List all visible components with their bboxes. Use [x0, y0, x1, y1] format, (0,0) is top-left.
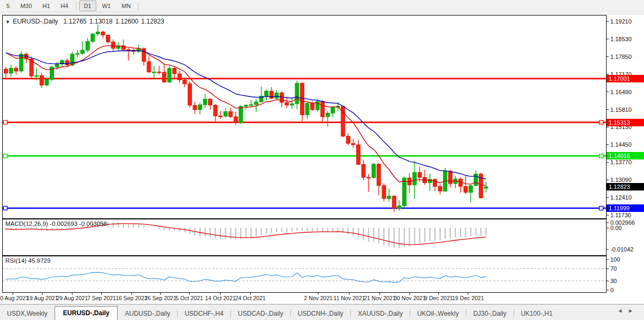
- rsi-axis-label: 30: [610, 278, 617, 284]
- ma-fast-line: [6, 45, 486, 185]
- tab-eurusd-daily[interactable]: EURUSD-,Daily: [55, 306, 118, 320]
- date-axis-label: 26 Sep 2021: [144, 295, 177, 301]
- date-axis-label: 29 Aug 2021: [57, 295, 88, 301]
- date-axis-label: 19 Aug 2021: [27, 295, 58, 301]
- macd-value-signal: -0.003058: [79, 220, 107, 227]
- price-tag-1.17001: 1.17001: [607, 75, 644, 82]
- date-axis-label: 14 Oct 2021: [205, 295, 235, 301]
- mt4-chart-window: 5M30H1H4D1W1MN ▼EURUSD-,Daily1.127651.13…: [0, 0, 644, 320]
- date-axis-label: 7 Sep 2021: [87, 295, 116, 301]
- date-axis-label: 16 Sep 2021: [116, 295, 148, 301]
- macd-indicator-label: MACD(12,26,9) -0.002693 -0.003058: [5, 220, 107, 227]
- price-axis-label: 1.11730: [610, 212, 631, 218]
- tab-uk100-h1[interactable]: UK100-,H1: [514, 307, 559, 320]
- rsi-indicator-label: RSI(14) 45.9729: [5, 257, 50, 264]
- price-axis-label: 1.13770: [610, 159, 632, 165]
- price-tag-1.11999: 1.11999: [607, 204, 644, 212]
- tab-dj30-daily[interactable]: DJ30-,Daily: [466, 307, 513, 320]
- macd-axis-label: 0.00: [610, 225, 622, 231]
- symbol-period-label: EURUSD-,Daily: [13, 18, 58, 25]
- tab-audusd-daily[interactable]: AUDUSD-,Daily: [118, 307, 177, 320]
- tab-usdcad-daily[interactable]: USDCAD-,Daily: [231, 307, 290, 320]
- date-axis-label: 5 Oct 2021: [175, 295, 203, 301]
- rsi-axis-label: 100: [610, 256, 620, 263]
- hline-handle[interactable]: [4, 154, 7, 158]
- date-axis-label: 2 Nov 2021: [304, 295, 333, 301]
- macd-name: MACD(12,26,9): [5, 220, 48, 227]
- macd-axis-label: -0.01042: [610, 246, 633, 253]
- rsi-value: 45.9729: [28, 257, 51, 264]
- candles-layer: [4, 25, 488, 212]
- ohlc-low: 1.12600: [115, 18, 138, 25]
- price-axis-label: 1.19210: [610, 18, 632, 25]
- ohlc-open: 1.12765: [64, 18, 87, 25]
- date-axis-label: 19 Dec 2021: [452, 295, 484, 301]
- date-axis-label: 21 Nov 2021: [364, 295, 396, 301]
- ohlc-close: 1.12823: [141, 18, 164, 25]
- date-axis-label: 30 Nov 2021: [394, 295, 426, 301]
- price-tag-1.14016: 1.14016: [607, 152, 644, 159]
- price-axis-label: 1.13090: [610, 177, 632, 183]
- current-price-tag: 1.12823: [607, 183, 644, 191]
- tab-scroll-right-icon[interactable]: ►: [628, 308, 639, 314]
- price-axis-label: 1.17850: [610, 54, 632, 60]
- chart-canvas: [0, 0, 644, 320]
- rsi-axis-label: 70: [610, 265, 617, 272]
- date-axis-label: 9 Dec 2021: [424, 295, 453, 301]
- tab-scroll-arrows: ◄►: [617, 308, 639, 314]
- ohlc-high: 1.13018: [89, 18, 112, 25]
- tab-scroll-left-icon[interactable]: ◄: [617, 308, 628, 314]
- symbol-tab-bar: USDX,WeeklyEURUSD-,DailyAUDUSD-,DailyUSD…: [0, 304, 644, 320]
- price-axis-label: 1.12410: [610, 194, 632, 201]
- price-pane-border: [3, 16, 607, 219]
- symbol-dropdown-icon[interactable]: ▼: [5, 19, 10, 25]
- tab-usdchf-h4[interactable]: USDCHF-,H4: [178, 307, 231, 320]
- rsi-name: RSI(14): [5, 257, 27, 264]
- price-axis-label: 1.15810: [610, 106, 632, 113]
- hline-handle[interactable]: [600, 207, 603, 210]
- rsi-pane-border: [3, 256, 607, 293]
- rsi-axis-label: 0: [610, 287, 614, 293]
- date-axis-label: 10 Aug 2021: [0, 295, 28, 301]
- ma-slow-line: [6, 51, 486, 179]
- chart-title: ▼EURUSD-,Daily1.127651.130181.126001.128…: [5, 18, 167, 25]
- hline-handle[interactable]: [600, 120, 603, 124]
- date-axis-label: 11 Nov 2021: [334, 295, 365, 301]
- tab-xauusd-daily[interactable]: XAUUSD-,Daily: [351, 307, 410, 320]
- date-axis-label: 24 Oct 2021: [235, 295, 265, 301]
- price-axis-label: 1.18530: [610, 36, 632, 42]
- price-axis-label: 1.16490: [610, 89, 632, 95]
- price-tag-1.15313: 1.15313: [607, 119, 644, 126]
- tab-ukoil-weekly[interactable]: UKOil-,Weekly: [410, 307, 466, 320]
- hline-handle[interactable]: [4, 120, 7, 124]
- tab-usdcnh-daily[interactable]: USDCNH-,Daily: [291, 307, 350, 320]
- hline-handle[interactable]: [600, 154, 603, 158]
- axis-ticks: [13, 21, 609, 295]
- price-axis-label: 1.14450: [610, 141, 632, 148]
- macd-value-main: -0.002693: [50, 220, 78, 227]
- tab-usdx-weekly[interactable]: USDX,Weekly: [0, 307, 55, 320]
- hline-handle[interactable]: [4, 207, 7, 210]
